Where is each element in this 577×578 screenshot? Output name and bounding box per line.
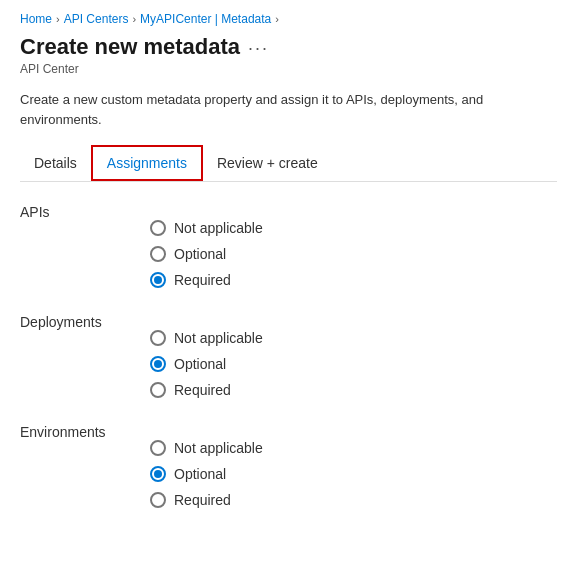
page-header: Create new metadata ··· bbox=[20, 34, 557, 60]
environments-na-label: Not applicable bbox=[174, 440, 263, 456]
section-apis: APIs Not applicable Optional Required bbox=[20, 202, 557, 288]
page-title: Create new metadata bbox=[20, 34, 240, 60]
deployments-radio-group: Not applicable Optional Required bbox=[150, 330, 557, 398]
deployments-label: Deployments bbox=[20, 312, 130, 330]
deployments-na-label: Not applicable bbox=[174, 330, 263, 346]
breadcrumb-chevron-3: › bbox=[275, 13, 279, 25]
environments-row: Environments bbox=[20, 422, 557, 440]
breadcrumb-myapicenter[interactable]: MyAPICenter | Metadata bbox=[140, 12, 271, 26]
section-deployments: Deployments Not applicable Optional Requ… bbox=[20, 312, 557, 398]
environments-required-circle bbox=[150, 492, 166, 508]
breadcrumb-chevron-1: › bbox=[56, 13, 60, 25]
deployments-na-circle bbox=[150, 330, 166, 346]
apis-na-label: Not applicable bbox=[174, 220, 263, 236]
section-environments: Environments Not applicable Optional Req… bbox=[20, 422, 557, 508]
tab-review[interactable]: Review + create bbox=[203, 145, 332, 181]
environments-label: Environments bbox=[20, 422, 130, 440]
apis-label: APIs bbox=[20, 202, 130, 220]
page-subtitle: API Center bbox=[20, 62, 557, 76]
apis-required-circle bbox=[150, 272, 166, 288]
tabs-container: Details Assignments Review + create bbox=[20, 145, 557, 182]
apis-optional[interactable]: Optional bbox=[150, 246, 557, 262]
deployments-required[interactable]: Required bbox=[150, 382, 557, 398]
breadcrumb-home[interactable]: Home bbox=[20, 12, 52, 26]
deployments-required-label: Required bbox=[174, 382, 231, 398]
deployments-row: Deployments bbox=[20, 312, 557, 330]
tab-assignments[interactable]: Assignments bbox=[91, 145, 203, 181]
more-options-button[interactable]: ··· bbox=[248, 38, 269, 59]
page-description: Create a new custom metadata property an… bbox=[20, 90, 557, 129]
apis-required[interactable]: Required bbox=[150, 272, 557, 288]
deployments-not-applicable[interactable]: Not applicable bbox=[150, 330, 557, 346]
environments-required-label: Required bbox=[174, 492, 231, 508]
deployments-optional-circle bbox=[150, 356, 166, 372]
environments-optional-label: Optional bbox=[174, 466, 226, 482]
apis-radio-group: Not applicable Optional Required bbox=[150, 220, 557, 288]
apis-required-label: Required bbox=[174, 272, 231, 288]
breadcrumb-api-centers[interactable]: API Centers bbox=[64, 12, 129, 26]
environments-required[interactable]: Required bbox=[150, 492, 557, 508]
tab-details[interactable]: Details bbox=[20, 145, 91, 181]
environments-radio-group: Not applicable Optional Required bbox=[150, 440, 557, 508]
apis-optional-label: Optional bbox=[174, 246, 226, 262]
breadcrumb: Home › API Centers › MyAPICenter | Metad… bbox=[20, 12, 557, 26]
environments-optional-circle bbox=[150, 466, 166, 482]
environments-na-circle bbox=[150, 440, 166, 456]
apis-row: APIs bbox=[20, 202, 557, 220]
apis-optional-circle bbox=[150, 246, 166, 262]
deployments-optional-label: Optional bbox=[174, 356, 226, 372]
deployments-required-circle bbox=[150, 382, 166, 398]
apis-na-circle bbox=[150, 220, 166, 236]
environments-not-applicable[interactable]: Not applicable bbox=[150, 440, 557, 456]
deployments-optional[interactable]: Optional bbox=[150, 356, 557, 372]
apis-not-applicable[interactable]: Not applicable bbox=[150, 220, 557, 236]
environments-optional[interactable]: Optional bbox=[150, 466, 557, 482]
breadcrumb-chevron-2: › bbox=[132, 13, 136, 25]
